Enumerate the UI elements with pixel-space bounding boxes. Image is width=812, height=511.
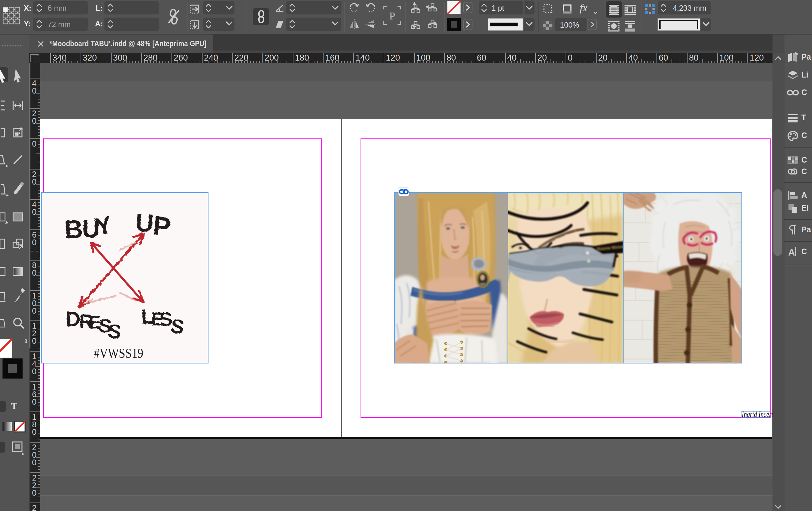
svg-text:0: 0 xyxy=(32,458,36,467)
svg-text:0: 0 xyxy=(32,488,36,497)
svg-text:80: 80 xyxy=(446,53,456,62)
svg-text:2: 2 xyxy=(32,503,36,511)
svg-text:0: 0 xyxy=(32,427,36,437)
svg-text:0: 0 xyxy=(32,177,36,186)
svg-text:0: 0 xyxy=(32,268,36,277)
svg-text:0: 0 xyxy=(32,367,36,376)
svg-text:0: 0 xyxy=(32,238,36,247)
svg-text:20: 20 xyxy=(538,53,547,62)
svg-text:0: 0 xyxy=(32,86,36,96)
svg-text:80: 80 xyxy=(689,53,698,62)
svg-text:0: 0 xyxy=(32,306,36,316)
svg-text:0: 0 xyxy=(32,207,36,217)
svg-text:0: 0 xyxy=(32,397,36,406)
svg-text:40: 40 xyxy=(628,53,638,62)
svg-text:60: 60 xyxy=(659,53,668,62)
svg-text:0: 0 xyxy=(32,139,36,149)
svg-text:0: 0 xyxy=(32,116,36,126)
svg-text:20: 20 xyxy=(598,53,608,62)
svg-text:40: 40 xyxy=(507,53,517,62)
svg-text:P: P xyxy=(389,10,395,22)
svg-text:0: 0 xyxy=(32,336,36,346)
svg-text:A: A xyxy=(788,247,795,258)
svg-text:60: 60 xyxy=(477,53,486,62)
